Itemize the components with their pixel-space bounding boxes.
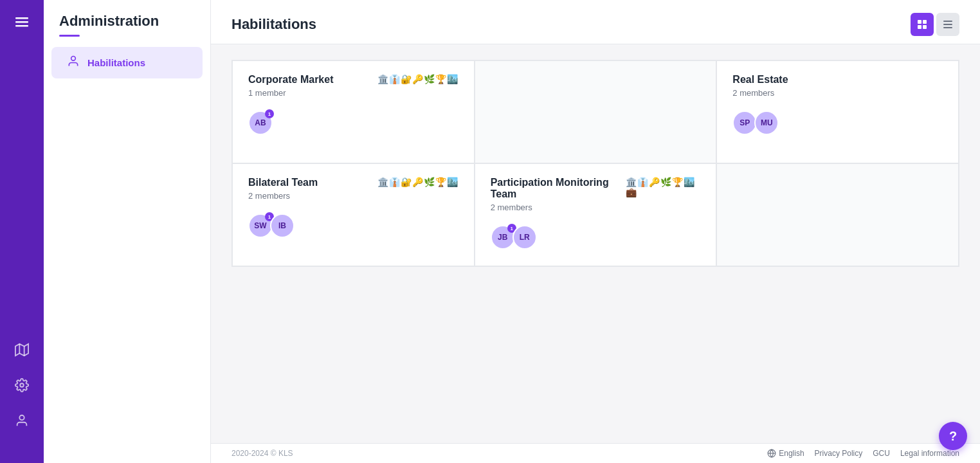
team-card[interactable]: Participation Monitoring Team🏛️👔🔑🌿🏆🏙️💼2 … bbox=[475, 163, 717, 266]
card-header: Corporate Market🏛️👔🔐🔑🌿🏆🏙️ bbox=[248, 74, 458, 86]
svg-rect-12 bbox=[923, 25, 927, 29]
map-icon[interactable] bbox=[8, 336, 35, 367]
nav-bottom-icons bbox=[8, 336, 35, 437]
habilitations-icon bbox=[67, 55, 80, 71]
footer-links: English Privacy Policy GCU Legal informa… bbox=[767, 449, 959, 458]
avatar-badge: 1 bbox=[265, 109, 274, 118]
team-card[interactable] bbox=[475, 60, 717, 163]
svg-rect-15 bbox=[943, 27, 952, 28]
card-avatars: SPMU bbox=[732, 111, 943, 135]
hamburger-menu[interactable] bbox=[10, 10, 33, 37]
sidebar-item-habilitations[interactable]: Habilitations bbox=[51, 47, 203, 78]
cards-grid: Corporate Market🏛️👔🔐🔑🌿🏆🏙️1 memberAB1Real… bbox=[231, 60, 959, 267]
help-button[interactable]: ? bbox=[939, 422, 967, 450]
svg-point-8 bbox=[71, 57, 76, 61]
svg-point-6 bbox=[20, 383, 24, 387]
footer: 2020-2024 © KLS English Privacy Policy G… bbox=[211, 443, 980, 463]
svg-rect-2 bbox=[15, 25, 28, 27]
svg-rect-1 bbox=[15, 21, 28, 23]
team-card[interactable]: Real Estate2 membersSPMU bbox=[716, 60, 959, 163]
left-nav bbox=[0, 0, 44, 463]
help-icon: ? bbox=[949, 429, 957, 444]
page-title: Habilitations bbox=[231, 16, 316, 33]
avatar: LR bbox=[513, 225, 537, 250]
footer-lang: English bbox=[767, 449, 804, 458]
card-members-count: 1 member bbox=[248, 88, 458, 98]
card-avatars: SW1IB bbox=[248, 213, 458, 238]
team-card[interactable] bbox=[716, 163, 959, 266]
svg-rect-13 bbox=[943, 21, 952, 22]
gcu-link[interactable]: GCU bbox=[873, 449, 890, 458]
card-permission-icons: 🏛️👔🔐🔑🌿🏆🏙️ bbox=[377, 177, 458, 187]
card-title: Bilateral Team bbox=[248, 177, 318, 188]
avatar: AB1 bbox=[248, 111, 273, 135]
team-card[interactable]: Bilateral Team🏛️👔🔐🔑🌿🏆🏙️2 membersSW1IB bbox=[232, 163, 475, 266]
svg-rect-0 bbox=[15, 17, 28, 19]
avatar: MU bbox=[754, 111, 779, 135]
card-header: Participation Monitoring Team🏛️👔🔑🌿🏆🏙️💼 bbox=[491, 177, 701, 200]
card-members-count: 2 members bbox=[491, 203, 701, 212]
card-permission-icons: 🏛️👔🔑🌿🏆🏙️💼 bbox=[626, 177, 700, 197]
cards-area: Corporate Market🏛️👔🔐🔑🌿🏆🏙️1 memberAB1Real… bbox=[211, 44, 980, 443]
sidebar-title: Administration bbox=[44, 0, 210, 35]
avatar: SP bbox=[732, 111, 757, 135]
svg-point-7 bbox=[19, 415, 24, 420]
legal-info-link[interactable]: Legal information bbox=[900, 449, 959, 458]
card-permission-icons: 🏛️👔🔐🔑🌿🏆🏙️ bbox=[377, 74, 458, 84]
settings-icon[interactable] bbox=[8, 372, 35, 402]
svg-rect-9 bbox=[918, 20, 921, 24]
footer-lang-label: English bbox=[779, 449, 804, 458]
avatar: IB bbox=[270, 213, 295, 238]
card-header: Bilateral Team🏛️👔🔐🔑🌿🏆🏙️ bbox=[248, 177, 458, 188]
card-header: Real Estate bbox=[732, 74, 943, 86]
sidebar-item-label: Habilitations bbox=[87, 57, 145, 68]
card-title: Corporate Market bbox=[248, 74, 333, 86]
avatar: JB1 bbox=[491, 225, 515, 250]
footer-copyright: 2020-2024 © KLS bbox=[231, 449, 293, 458]
privacy-policy-link[interactable]: Privacy Policy bbox=[815, 449, 863, 458]
card-members-count: 2 members bbox=[732, 88, 943, 98]
grid-view-button[interactable] bbox=[911, 13, 934, 36]
list-view-button[interactable] bbox=[936, 13, 959, 36]
sidebar-divider bbox=[59, 35, 80, 37]
svg-rect-11 bbox=[918, 25, 921, 29]
page-header: Habilitations bbox=[211, 0, 980, 44]
card-title: Participation Monitoring Team bbox=[491, 177, 626, 200]
svg-rect-14 bbox=[943, 24, 952, 25]
user-icon[interactable] bbox=[8, 407, 35, 437]
main-content: Habilitations Corporate Market bbox=[211, 0, 980, 463]
card-members-count: 2 members bbox=[248, 191, 458, 201]
card-avatars: AB1 bbox=[248, 111, 458, 135]
svg-marker-3 bbox=[15, 344, 28, 356]
card-avatars: JB1LR bbox=[491, 225, 701, 250]
svg-rect-10 bbox=[923, 20, 927, 24]
card-title: Real Estate bbox=[732, 74, 788, 86]
team-card[interactable]: Corporate Market🏛️👔🔐🔑🌿🏆🏙️1 memberAB1 bbox=[232, 60, 475, 163]
view-toggle bbox=[911, 13, 959, 36]
sidebar: Administration Habilitations bbox=[44, 0, 211, 463]
avatar: SW1 bbox=[248, 213, 273, 238]
